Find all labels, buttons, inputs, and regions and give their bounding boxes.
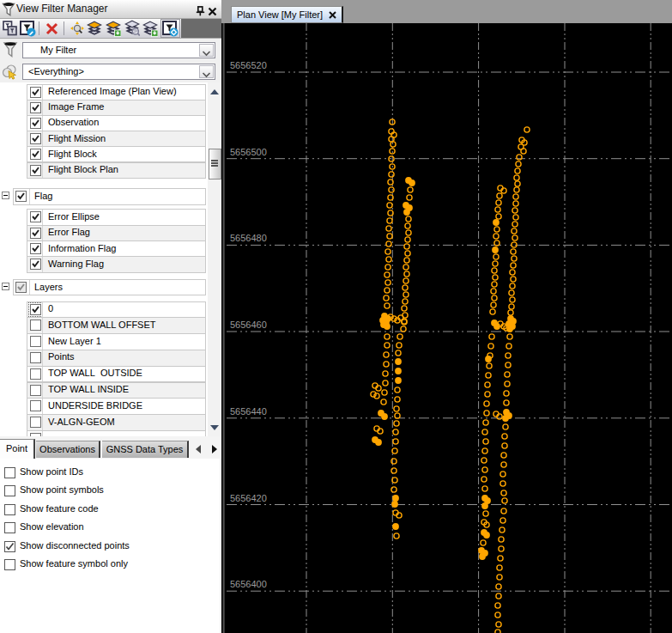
svg-text:5656480: 5656480 xyxy=(230,233,267,243)
svg-text:5656440: 5656440 xyxy=(230,406,267,417)
svg-text:5656420: 5656420 xyxy=(230,493,267,503)
svg-text:5656500: 5656500 xyxy=(230,147,267,157)
svg-text:5656520: 5656520 xyxy=(230,60,267,70)
svg-text:5656400: 5656400 xyxy=(230,579,267,589)
svg-text:5656460: 5656460 xyxy=(230,320,267,330)
